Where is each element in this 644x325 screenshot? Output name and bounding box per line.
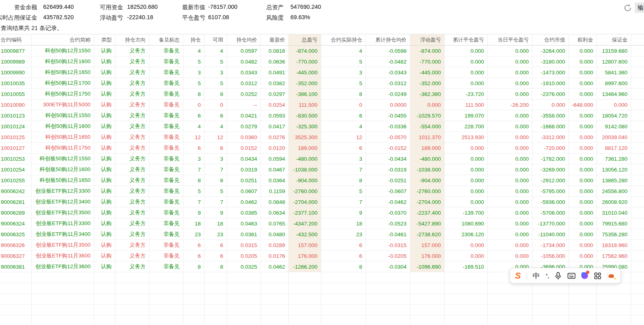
- table-cell: 非备兑: [149, 186, 183, 197]
- language-mode-toggle[interactable]: 中: [533, 272, 540, 279]
- table-cell: -1038.000: [288, 164, 321, 175]
- empty-cell: [410, 272, 444, 283]
- table-row[interactable]: 10010123科创50购11月1550认购义务方非备兑660.04210.05…: [0, 110, 644, 121]
- table-cell: 0.000: [444, 143, 487, 154]
- column-header[interactable]: 权利金: [568, 34, 596, 46]
- table-row[interactable]: 90006327创业板ETF购11月3600认购义务方非备兑660.02050.…: [0, 251, 644, 261]
- table-row[interactable]: 90006242创业板ETF购12月3300认购义务方非备兑550.06070.…: [0, 186, 644, 197]
- column-header[interactable]: 最新价: [260, 34, 288, 46]
- column-header[interactable]: [631, 34, 644, 46]
- table-cell: 0: [183, 100, 204, 110]
- table-cell: 7: [321, 164, 366, 175]
- ime-toolbar[interactable]: S 中 °, ✦: [510, 268, 621, 283]
- refresh-icon[interactable]: [623, 4, 632, 12]
- table-cell: 0.0205: [227, 251, 260, 261]
- table-row[interactable]: 10010255科创板50购12月1650认购义务方非备兑880.02510.0…: [0, 175, 644, 186]
- column-header[interactable]: 总盈亏: [288, 34, 321, 46]
- table-cell: 0.000: [487, 143, 532, 154]
- table-row[interactable]: 10010035科创50购12月1700认购义务方非备兑550.03120.03…: [0, 78, 644, 89]
- table-cell: 5: [204, 56, 227, 67]
- table-cell: -0.0336: [366, 121, 410, 132]
- column-header[interactable]: 可用: [204, 34, 227, 46]
- empty-cell: [631, 305, 644, 315]
- column-header[interactable]: 合约实际持仓: [321, 34, 366, 46]
- empty-table-row: [0, 305, 644, 315]
- summary-value: 182520.680: [127, 4, 158, 10]
- punctuation-mode-toggle[interactable]: °,: [545, 273, 549, 279]
- summary-value: -22240.18: [127, 14, 153, 20]
- column-header[interactable]: 当日平仓盈亏: [487, 34, 532, 46]
- table-row[interactable]: 10010254科创板50购12月1600认购义务方非备兑770.03190.0…: [0, 164, 644, 175]
- table-row[interactable]: 10010090300ETF购11月5000认购义务方非备兑00--0.0254…: [0, 100, 644, 110]
- table-row[interactable]: 90006281创业板ETF购12月3400认购义务方非备兑770.04620.…: [0, 197, 644, 207]
- empty-cell: [204, 305, 227, 315]
- table-cell: -830.500: [288, 110, 321, 121]
- keyboard-icon[interactable]: [567, 272, 576, 279]
- empty-table-row: [0, 283, 644, 294]
- table-cell: 0.000: [487, 186, 532, 197]
- table-cell: -445.000: [288, 67, 321, 78]
- ime-status-badge[interactable]: 输: [635, 2, 644, 13]
- table-cell: -352.000: [288, 78, 321, 89]
- column-header[interactable]: 累计持仓均价: [366, 34, 410, 46]
- table-row[interactable]: 90006326创业板ETF购11月3500认购义务方非备兑660.03150.…: [0, 240, 644, 251]
- table-cell: 0.0491: [260, 67, 288, 78]
- table-cell: 0.000: [487, 251, 532, 261]
- table-row[interactable]: 90006324创业板ETF购11月3300认购义务方非备兑18180.0463…: [0, 218, 644, 229]
- table-cell: 10009989: [0, 56, 31, 67]
- column-header[interactable]: 合约编码: [0, 34, 31, 46]
- column-header[interactable]: 累计平仓盈亏: [444, 34, 487, 46]
- empty-cell: [115, 315, 149, 325]
- table-cell: [631, 132, 644, 143]
- table-row[interactable]: 10010125科创50购11月1650认购义务方非备兑12120.03600.…: [0, 132, 644, 143]
- column-header[interactable]: 合约简称: [31, 34, 94, 46]
- table-row[interactable]: 10009989科创50购12月1600认购义务方非备兑550.04820.06…: [0, 56, 644, 67]
- table-cell: -1782.000: [532, 154, 568, 164]
- table-row[interactable]: 10010253科创板50购12月1550认购义务方非备兑330.04340.0…: [0, 154, 644, 164]
- column-header[interactable]: 浮动盈亏: [410, 34, 444, 46]
- summary-value: -78157.000: [208, 4, 237, 10]
- table-cell: 0.0361: [227, 229, 260, 240]
- table-cell: 0.000: [444, 46, 487, 56]
- ai-blob-icon[interactable]: [581, 272, 588, 279]
- table-cell: 8: [204, 175, 227, 186]
- table-cell: 0.0251: [227, 175, 260, 186]
- table-cell: 认购: [94, 154, 115, 164]
- table-cell: 157.000: [410, 240, 444, 251]
- table-cell: 义务方: [115, 261, 149, 272]
- column-header[interactable]: 持仓均价: [227, 34, 260, 46]
- empty-cell: [410, 283, 444, 294]
- table-row[interactable]: 90006289创业板ETF购12月3500认购义务方非备兑990.03850.…: [0, 207, 644, 218]
- table-cell: 0.0176: [260, 251, 288, 261]
- table-cell: 8: [204, 89, 227, 100]
- table-cell: 0.0385: [227, 207, 260, 218]
- column-header[interactable]: 持仓方向: [115, 34, 149, 46]
- table-row[interactable]: 10009877科创50购12月1550认购义务方非备兑440.05970.08…: [0, 46, 644, 56]
- column-header[interactable]: 类型: [94, 34, 115, 46]
- table-cell: -1668.000: [532, 121, 568, 132]
- column-header[interactable]: 备兑标志: [149, 34, 183, 46]
- table-cell: -23.720: [444, 89, 487, 100]
- sogou-logo-icon[interactable]: S: [515, 271, 521, 280]
- table-cell: 0: [204, 100, 227, 110]
- toolbox-grid-icon[interactable]: [594, 272, 601, 279]
- table-row[interactable]: 10009990科创50购12月1650认购义务方非备兑330.03430.04…: [0, 67, 644, 78]
- column-header[interactable]: 合约市值: [532, 34, 568, 46]
- table-row[interactable]: 10010124科创50购11月1600认购义务方非备兑440.02790.04…: [0, 121, 644, 132]
- table-cell: 0.0816: [260, 46, 288, 56]
- table-row[interactable]: 10010127科创50购11月1750认购义务方非备兑660.01520.01…: [0, 143, 644, 154]
- table-cell: -4347.200: [288, 218, 321, 229]
- table-row[interactable]: 90006325创业板ETF购11月3400认购义务方非备兑23230.0361…: [0, 229, 644, 240]
- column-header[interactable]: 保证金: [596, 34, 631, 46]
- table-row[interactable]: 10010055科创50购12月1750认购义务方非备兑880.02520.02…: [0, 89, 644, 100]
- table-cell: 科创50购12月1600: [31, 56, 94, 67]
- table-cell: 0.0634: [260, 207, 288, 218]
- microphone-icon[interactable]: [555, 272, 562, 280]
- table-cell: 义务方: [115, 78, 149, 89]
- table-cell: [631, 67, 644, 78]
- emoji-icon[interactable]: ✦: [607, 271, 616, 280]
- column-header[interactable]: 持仓: [183, 34, 204, 46]
- empty-cell: [321, 283, 366, 294]
- table-cell: 0.0482: [227, 56, 260, 67]
- table-cell: 义务方: [115, 154, 149, 164]
